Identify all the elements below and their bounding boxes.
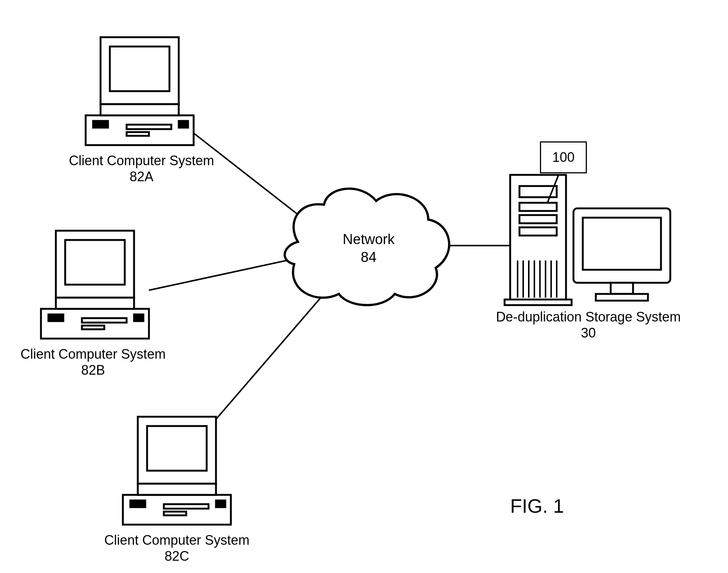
diagram-canvas: 100 Client Computer System 82A Client Co… [0,0,728,573]
client-c-id: 82C [99,548,255,564]
client-a-icon [86,37,194,145]
svg-rect-17 [130,500,145,507]
client-b-title: Client Computer System [15,346,171,362]
network-label: Network 84 [324,231,413,266]
client-b-icon [41,231,149,339]
client-b-label: Client Computer System 82B [15,346,171,378]
diagram-svg [0,0,728,573]
svg-rect-15 [56,298,134,309]
network-title: Network [343,231,394,247]
server-icon [505,175,670,305]
server-id: 30 [480,325,696,341]
server-title: De-duplication Storage System [480,309,696,325]
svg-rect-41 [596,294,648,301]
client-a-id: 82A [63,169,220,185]
callout-100: 100 [540,141,587,173]
svg-rect-7 [101,104,179,115]
client-a-label: Client Computer System 82A [63,153,220,185]
svg-rect-39 [583,218,661,270]
network-id: 84 [361,249,376,265]
client-a-title: Client Computer System [63,153,220,169]
svg-rect-37 [505,300,572,305]
svg-rect-12 [134,314,143,321]
figure-label: FIG. 1 [510,495,564,517]
svg-rect-26 [519,203,557,211]
svg-rect-16 [123,495,231,525]
svg-rect-4 [179,121,188,128]
svg-rect-0 [86,115,194,145]
svg-rect-14 [65,240,125,285]
svg-rect-9 [48,314,63,321]
svg-rect-8 [41,309,149,339]
client-b-id: 82B [15,362,171,378]
client-c-label: Client Computer System 82C [99,532,255,564]
server-label: De-duplication Storage System 30 [480,309,696,341]
svg-rect-28 [519,227,557,236]
svg-rect-23 [138,484,216,495]
figure-caption: FIG. 1 [510,495,564,517]
svg-rect-1 [93,121,108,128]
svg-rect-6 [110,47,169,91]
client-c-title: Client Computer System [99,532,255,548]
client-c-icon [123,417,231,525]
svg-rect-27 [519,215,557,223]
svg-rect-40 [611,283,633,294]
edge-82B-84 [149,260,287,290]
callout-label: 100 [552,150,575,165]
edge-82C-84 [209,294,324,428]
svg-rect-22 [147,426,207,471]
svg-rect-20 [216,500,225,507]
